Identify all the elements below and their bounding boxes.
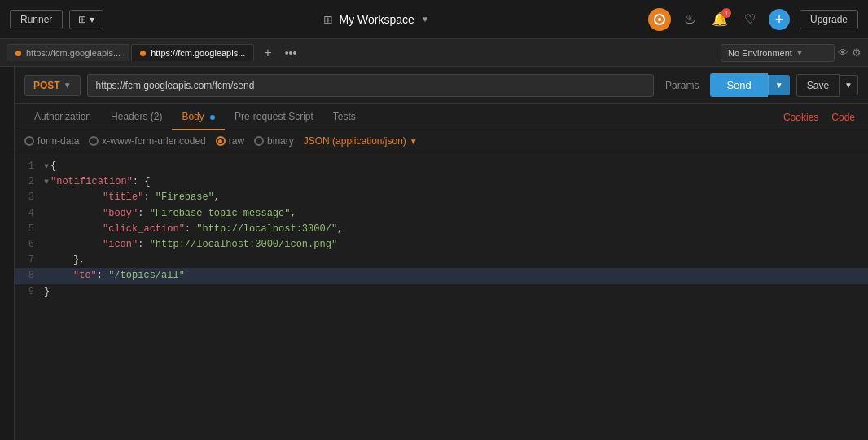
- fold-icon-line-2[interactable]: ▼: [44, 178, 49, 187]
- workspace-dropdown-icon[interactable]: ▼: [421, 15, 429, 24]
- navbar-left: Runner ⊞ ▾: [10, 10, 103, 29]
- history-button[interactable]: ♨: [681, 8, 699, 30]
- tab-2[interactable]: https://fcm.googleapis...: [131, 44, 254, 61]
- sub-tab-right: Cookies Code: [780, 105, 858, 130]
- tab-1-label: https://fcm.googleapis...: [26, 48, 121, 58]
- tab-authorization[interactable]: Authorization: [24, 104, 101, 130]
- svg-point-1: [658, 18, 661, 21]
- code-string: "/topics/all": [108, 270, 185, 281]
- sidebar: [0, 67, 15, 440]
- json-type-label: JSON (application/json): [304, 135, 406, 147]
- method-selector[interactable]: POST ▼: [24, 75, 81, 96]
- tab-tests[interactable]: Tests: [323, 104, 366, 130]
- json-type-selector[interactable]: JSON (application/json) ▼: [304, 135, 418, 147]
- line-content-6: "icon": "http://localhost:3000/icon.png": [44, 237, 868, 253]
- json-type-dropdown-icon: ▼: [410, 137, 418, 146]
- save-button[interactable]: Save: [796, 74, 840, 97]
- line-content-5: "click_action": "http://localhost:3000/"…: [44, 222, 868, 237]
- import-button[interactable]: ⊞ ▾: [69, 10, 103, 29]
- notifications-button[interactable]: 🔔 1: [708, 8, 731, 30]
- environment-eye-button[interactable]: 👁: [838, 46, 848, 59]
- line-content-1: ▼{: [44, 159, 868, 174]
- code-space: [44, 270, 73, 281]
- content-area: POST ▼ Params Send ▼ Save ▼ Authorizatio…: [15, 67, 868, 440]
- main-area: POST ▼ Params Send ▼ Save ▼ Authorizatio…: [0, 67, 868, 440]
- url-input[interactable]: [87, 74, 655, 97]
- save-dropdown-button[interactable]: ▼: [840, 75, 858, 95]
- form-data-radio[interactable]: [24, 136, 34, 146]
- runner-button[interactable]: Runner: [10, 10, 63, 29]
- code-key: "click_action": [103, 223, 185, 235]
- favorites-button[interactable]: ♡: [741, 8, 759, 30]
- code-space: [44, 239, 103, 250]
- tab-headers[interactable]: Headers (2): [101, 104, 172, 130]
- more-tabs-button[interactable]: •••: [282, 45, 300, 61]
- binary-label: binary: [267, 135, 294, 147]
- code-key: "icon": [103, 239, 138, 250]
- code-line-9: 9}: [15, 284, 868, 300]
- body-type-bar: form-data x-www-form-urlencoded raw bina…: [15, 130, 868, 152]
- line-number-1: 1: [15, 159, 44, 174]
- cookies-link[interactable]: Cookies: [780, 105, 822, 130]
- form-data-option[interactable]: form-data: [24, 135, 79, 147]
- add-button[interactable]: +: [769, 9, 790, 30]
- raw-option[interactable]: raw: [216, 135, 244, 147]
- code-bracket: },: [73, 254, 85, 266]
- code-line-1: 1▼{: [15, 159, 868, 174]
- code-bracket: :: [185, 223, 196, 235]
- binary-radio[interactable]: [254, 136, 264, 146]
- code-bracket: :: [138, 208, 149, 219]
- raw-label: raw: [229, 135, 244, 147]
- line-number-6: 6: [15, 237, 44, 253]
- code-string: "Firebase": [156, 191, 214, 203]
- code-bracket: :: [143, 191, 155, 203]
- urlencoded-option[interactable]: x-www-form-urlencoded: [89, 135, 205, 147]
- code-line-6: 6 "icon": "http://localhost:3000/icon.pn…: [15, 237, 868, 253]
- urlencoded-radio[interactable]: [89, 136, 99, 146]
- line-content-4: "body": "Firebase topic message",: [44, 206, 868, 222]
- send-button[interactable]: Send: [710, 73, 767, 97]
- tab-1-dot: [15, 51, 21, 56]
- code-space: [44, 254, 73, 266]
- code-bracket: ,: [290, 208, 296, 219]
- code-bracket: : {: [133, 176, 151, 187]
- notification-badge: 1: [721, 8, 731, 18]
- line-number-7: 7: [15, 253, 44, 268]
- environment-settings-button[interactable]: ⚙: [852, 46, 861, 59]
- params-button[interactable]: Params: [660, 75, 704, 96]
- code-bracket: {: [50, 161, 56, 172]
- line-number-2: 2: [15, 174, 44, 190]
- raw-radio[interactable]: [216, 136, 226, 146]
- line-content-9: }: [44, 284, 868, 300]
- code-bracket: ,: [337, 223, 343, 235]
- navbar-center: ⊞ My Workspace ▼: [110, 13, 642, 26]
- upgrade-button[interactable]: Upgrade: [800, 10, 858, 29]
- code-editor[interactable]: 1▼{2▼"notification": {3 "title": "Fireba…: [15, 152, 868, 440]
- send-dropdown-button[interactable]: ▼: [768, 75, 790, 95]
- workspace-title: My Workspace: [340, 13, 414, 26]
- code-bracket: :: [138, 239, 149, 250]
- tab-pre-request[interactable]: Pre-request Script: [225, 104, 323, 130]
- code-line-8: 8 "to": "/topics/all": [15, 268, 868, 284]
- code-string: "http://localhost:3000/": [196, 223, 337, 235]
- code-link[interactable]: Code: [828, 105, 858, 130]
- env-dropdown-icon: ▼: [796, 48, 804, 57]
- environment-selector[interactable]: No Environment ▼: [721, 44, 835, 62]
- code-bracket: :: [97, 270, 108, 281]
- binary-option[interactable]: binary: [254, 135, 294, 147]
- sub-tab-bar: Authorization Headers (2) Body Pre-reque…: [15, 104, 868, 130]
- tab-1[interactable]: https://fcm.googleapis...: [7, 44, 129, 61]
- tab-bar: https://fcm.googleapis... https://fcm.go…: [0, 39, 868, 67]
- code-bracket: }: [44, 286, 50, 297]
- tab-2-dot: [140, 51, 146, 56]
- new-tab-button[interactable]: +: [259, 45, 276, 61]
- code-space: [44, 223, 103, 235]
- tab-body[interactable]: Body: [172, 104, 225, 130]
- save-group: Save ▼: [796, 74, 858, 97]
- code-line-7: 7 },: [15, 253, 868, 268]
- body-tab-label: Body: [182, 111, 204, 122]
- code-key: "title": [103, 191, 143, 203]
- fold-icon-line-1[interactable]: ▼: [44, 162, 49, 171]
- sync-icon[interactable]: [648, 8, 671, 31]
- navbar-right: ♨ 🔔 1 ♡ + Upgrade: [648, 8, 858, 31]
